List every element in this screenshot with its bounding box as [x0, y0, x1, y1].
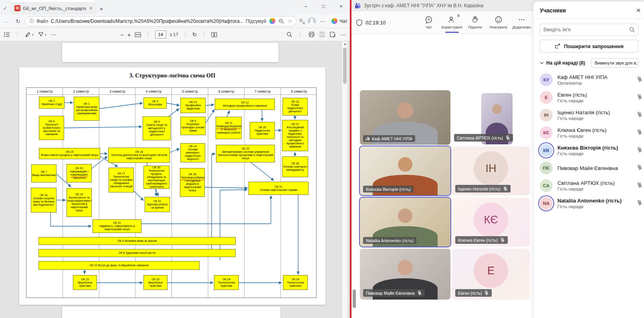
participant-row[interactable]: КЄКлючка Євген (гість)Гість наради [540, 124, 638, 142]
scroll-up-icon[interactable]: ▲ [342, 42, 348, 46]
minimize-button[interactable]: – [297, 0, 315, 13]
diagram-box-text: Етика педагогічної діяльності [283, 103, 307, 113]
participant-row[interactable]: КУКаф АМЕТ ННІ УІПАОрганізатор [540, 71, 638, 89]
tab-actions-icon[interactable]: ✓ [0, 2, 10, 14]
diagram-box-ok23b: ОК 23Виробнича практика [143, 275, 168, 290]
diagram-box-text: Основи інженерно-педагогічної творчості [181, 148, 204, 161]
refresh-icon[interactable]: ↻ [14, 18, 22, 24]
participant-mic-icon[interactable] [637, 147, 642, 154]
participant-mic-icon[interactable] [637, 129, 642, 136]
diagram-box-ok16: ОК 16Основи охорони праці та безпека жит… [31, 188, 57, 213]
pdf-content-area[interactable]: 3. Структурно-логічна схема ОП 1 семестр… [0, 41, 350, 318]
fit-to-width-icon[interactable] [135, 32, 141, 37]
toolbar-button-label: Підняти [468, 25, 482, 29]
favorites-bar-icon[interactable] [299, 18, 305, 24]
pdf-more-icon[interactable]: ⋯ [341, 32, 346, 38]
meeting-tile-8[interactable]: ЕЕвген (гість) [452, 249, 530, 300]
tile-name-label: Каф АМЕТ ННІ УІПА [363, 135, 415, 142]
participant-row[interactable]: ЕЕвген (гість)Гість наради [540, 89, 638, 106]
toolbar-button-raise-hand[interactable]: Підняти [464, 12, 487, 33]
page-view-icon[interactable] [211, 32, 217, 37]
participant-mic-icon[interactable] [637, 200, 642, 207]
pdf-scrollbar[interactable]: ▲ [342, 41, 347, 318]
browser-menu-icon[interactable]: ⋯ [318, 18, 327, 24]
participant-row[interactable]: ПЄПивовар Майя Євгенівна [540, 159, 638, 177]
search-icon[interactable] [287, 32, 292, 37]
diagram-box-id: ОК 21 [249, 185, 308, 188]
participant-name: Світлана АРТЮХ (гість) [557, 180, 615, 186]
toolbar-button-more[interactable]: Додатково [510, 12, 533, 33]
panel-close-icon[interactable]: ✕ [636, 7, 641, 14]
scrollbar-thumb[interactable] [343, 48, 347, 84]
profile-avatar[interactable] [308, 17, 316, 25]
close-button[interactable]: × [332, 0, 350, 13]
diagram-box-text: Надійність і ефективність в нафтогазовій… [93, 225, 141, 231]
favorite-star-icon[interactable]: ☆ [287, 18, 292, 24]
meeting-tile-4[interactable]: ІНІщенко Наталія (гість) [452, 146, 530, 195]
address-bar[interactable]: ⓘ Файл C:/Users/Власник/Downloads/Магіст… [25, 16, 297, 26]
summarize-label[interactable]: Підсумуй [246, 18, 266, 24]
chevron-down-icon[interactable]: ∨ [44, 33, 47, 36]
participant-mic-icon[interactable] [637, 76, 642, 83]
meeting-tile-3[interactable]: Князєва Вікторія (гість) [360, 146, 450, 195]
meeting-tile-6[interactable]: КЄКлючка Євген (гість) [452, 198, 530, 247]
participant-name: Пивовар Майя Євгенівна [557, 165, 618, 171]
participant-search[interactable] [540, 24, 638, 36]
diagram-box-text: Технічна діагностика та моніторинг об'єк… [109, 154, 169, 160]
toolbar-button-react[interactable]: Реагувати [487, 12, 510, 33]
search-input[interactable] [543, 27, 629, 32]
save-icon[interactable] [319, 32, 325, 37]
toolbar-button-label: Додатково [512, 25, 531, 29]
rotate-icon[interactable]: ↻ [192, 31, 197, 38]
zoom-in-button[interactable]: + [127, 31, 131, 38]
participant-mic-icon[interactable] [637, 182, 642, 189]
maximize-button[interactable]: □ [315, 0, 332, 13]
meeting-tile-2[interactable]: Світлана АРТЮХ (гість) [481, 93, 513, 144]
shield-icon [356, 19, 362, 26]
meeting-tile-5[interactable]: Nataliia Antonenko (гість) [360, 198, 450, 247]
copilot-icon[interactable] [269, 18, 275, 24]
participant-mic-icon[interactable] [637, 111, 642, 119]
print-icon[interactable] [309, 32, 315, 37]
new-tab-button[interactable]: + [96, 5, 107, 14]
zoom-out-icon[interactable] [279, 18, 284, 24]
zoom-out-button[interactable]: − [120, 31, 124, 38]
page-number-input[interactable] [155, 30, 166, 38]
highlighter-icon[interactable]: ∨ [25, 32, 34, 37]
annotate-more-icon[interactable]: ⋯ [51, 32, 56, 38]
draw-pen-icon[interactable]: ∨ [38, 32, 47, 37]
participant-row[interactable]: ІНІщенко Наталія (гість)Гість наради [540, 106, 638, 124]
mute-all-button[interactable]: Вимкнути звук для в... [591, 58, 638, 68]
participant-mic-icon[interactable] [637, 164, 642, 172]
toolbar-button-people[interactable]: 8Користувачі [440, 12, 464, 33]
toc-icon[interactable] [4, 32, 10, 37]
share-invite-button[interactable]: Поширити запрошення [540, 40, 638, 53]
diagram-box-text: Технологічні схеми та основне обладнання… [109, 175, 133, 188]
participant-row[interactable]: САСвітлана АРТЮХ (гість)Гість наради [540, 177, 638, 194]
chevron-down-icon[interactable]: ∨ [32, 33, 34, 36]
meeting-tile-7[interactable]: Пивовар Майя Євгенівна [360, 249, 450, 300]
in-meeting-section: На цій нараді (8) Вимкнути звук для в... [540, 58, 638, 68]
participant-row[interactable]: КВКнязєва Вікторія (гість)Гість наради [540, 142, 638, 159]
tab-close-icon[interactable]: × [89, 6, 93, 11]
chevron-down-icon[interactable] [540, 62, 544, 64]
participant-avatar: СА [540, 179, 553, 192]
participant-row[interactable]: NANataliia Antonenko (гість)Гість наради [540, 194, 638, 212]
participant-name: Ключка Євген (гість) [557, 127, 606, 133]
participant-role: Гість наради [557, 98, 587, 103]
toolbar-button-chat[interactable]: Чат [417, 12, 440, 33]
participant-mic-icon[interactable] [637, 94, 642, 101]
copilot-chat-button[interactable]: Чат [329, 18, 347, 24]
stage-scrollbar-thumb[interactable] [353, 290, 356, 308]
info-icon[interactable]: ⓘ [29, 18, 34, 24]
diagram-box-text: Автоматизовані системи управління технол… [217, 150, 274, 160]
panel-title: Учасники [540, 7, 566, 14]
tile-name-text: Князєва Вікторія (гість) [366, 187, 411, 192]
in-meeting-label: На цій нараді (8) [546, 60, 585, 66]
meeting-tile-1[interactable]: Каф АМЕТ ННІ УІПА [360, 90, 450, 145]
diagram-box-text: Атестаційний екзамен з педагогіки, психо… [283, 126, 307, 148]
save-as-icon[interactable] [330, 32, 336, 37]
back-icon[interactable]: ← [2, 18, 11, 24]
browser-tab[interactable]: G6_мг_ОП_Якість,_стандартизаці× [11, 2, 96, 14]
document-title: 3. Структурно-логічна схема ОП [19, 72, 325, 79]
